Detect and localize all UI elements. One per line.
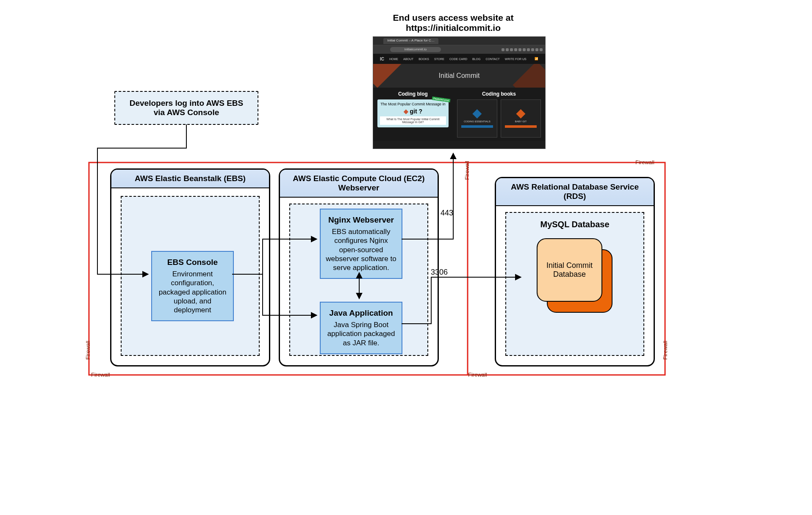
ebs-console-title: EBS Console	[156, 258, 229, 267]
panel-rds: AWS Relational Database Service (RDS) My…	[495, 177, 655, 366]
firewall-label-left-b: Firewall	[91, 372, 110, 378]
developers-note: Developers log into AWS EBS via AWS Cons…	[114, 91, 258, 125]
browser-tabbar: Initial Commit – A Place for C…	[373, 37, 545, 45]
website-screenshot: Initial Commit – A Place for C… initialc…	[373, 36, 546, 149]
books-section: Coding books CODING ESSENTIALS BABY GIT	[453, 88, 545, 141]
ebs-console-desc: Environment configuration, packaged appl…	[159, 270, 227, 314]
port-3306: 3306	[431, 268, 448, 277]
ebs-console-box: EBS Console Environment configuration, p…	[151, 251, 234, 321]
browser-extension-icons	[502, 48, 543, 51]
nginx-box: Nginx Webserver EBS automatically config…	[320, 209, 402, 279]
firewall-label-top: Firewall	[635, 159, 654, 165]
firewall-label-left-v: Firewall	[85, 341, 91, 360]
blog-card-title: The Most Popular Commit Message in	[380, 102, 446, 106]
site-nav: IC HOME ABOUT BOOKS STORE CODE CARD BLOG…	[373, 54, 545, 64]
book-baby-git: BABY GIT	[501, 99, 541, 138]
caption: End users access website at https://init…	[390, 13, 517, 33]
panel-ebs-title: AWS Elastic Beanstalk (EBS)	[111, 170, 269, 188]
browser-tab: Initial Commit – A Place for C…	[383, 38, 438, 44]
featured-badge: Featured post	[432, 96, 450, 102]
books-heading: Coding books	[457, 91, 541, 97]
dev-note-l1: Developers log into AWS EBS	[120, 99, 252, 108]
blog-card: Featured post The Most Popular Commit Me…	[377, 99, 449, 127]
nginx-desc: EBS automatically configures Nginx open-…	[326, 228, 396, 272]
browser-url: initialcommit.io	[390, 47, 441, 52]
database-name: Initial Commit Database	[538, 261, 601, 279]
caption-line1: End users access website at	[390, 13, 517, 23]
caption-line2: https://initialcommit.io	[390, 23, 517, 33]
panel-rds-inner: MySQL Database Initial Commit Database	[505, 212, 644, 356]
book-coding-essentials: CODING ESSENTIALS	[457, 99, 497, 138]
firewall-label-right-v: Firewall	[662, 341, 668, 360]
browser-urlbar: initialcommit.io	[373, 45, 545, 54]
panel-ebs-inner: EBS Console Environment configuration, p…	[121, 196, 260, 356]
hero-title: Initial Commit	[439, 72, 480, 80]
port-443: 443	[441, 209, 453, 218]
database-icon-front: Initial Commit Database	[537, 238, 602, 302]
nginx-title: Nginx Webserver	[325, 215, 397, 225]
blog-heading: Coding blog	[377, 91, 449, 97]
java-desc: Java Spring Boot application packaged as…	[327, 321, 395, 347]
firewall-label-mid-b: Firewall	[468, 372, 487, 378]
panel-ec2-inner: Nginx Webserver EBS automatically config…	[289, 204, 428, 356]
dev-note-l2: via AWS Console	[120, 108, 252, 117]
site-hero: Initial Commit	[373, 64, 545, 88]
panel-rds-title: AWS Relational Database Service (RDS)	[496, 178, 654, 206]
architecture-diagram: End users access website at https://init…	[85, 13, 726, 385]
blog-card-subtitle: What Is The Most Popular Initial Commit …	[380, 116, 446, 125]
java-title: Java Application	[325, 308, 397, 318]
panel-ec2: AWS Elastic Compute Cloud (EC2) Webserve…	[279, 168, 439, 366]
mysql-label: MySQL Database	[506, 220, 643, 229]
firewall-label-mid-v: Firewall	[464, 161, 470, 180]
panel-ec2-title: AWS Elastic Compute Cloud (EC2) Webserve…	[280, 170, 438, 198]
git-logo-text: ◆ git ?	[380, 108, 446, 115]
panel-ebs: AWS Elastic Beanstalk (EBS) EBS Console …	[110, 168, 270, 366]
java-box: Java Application Java Spring Boot applic…	[320, 302, 402, 354]
site-sections: Coding blog Featured post The Most Popul…	[373, 88, 545, 141]
blog-section: Coding blog Featured post The Most Popul…	[373, 88, 453, 141]
books-row: CODING ESSENTIALS BABY GIT	[457, 99, 541, 138]
